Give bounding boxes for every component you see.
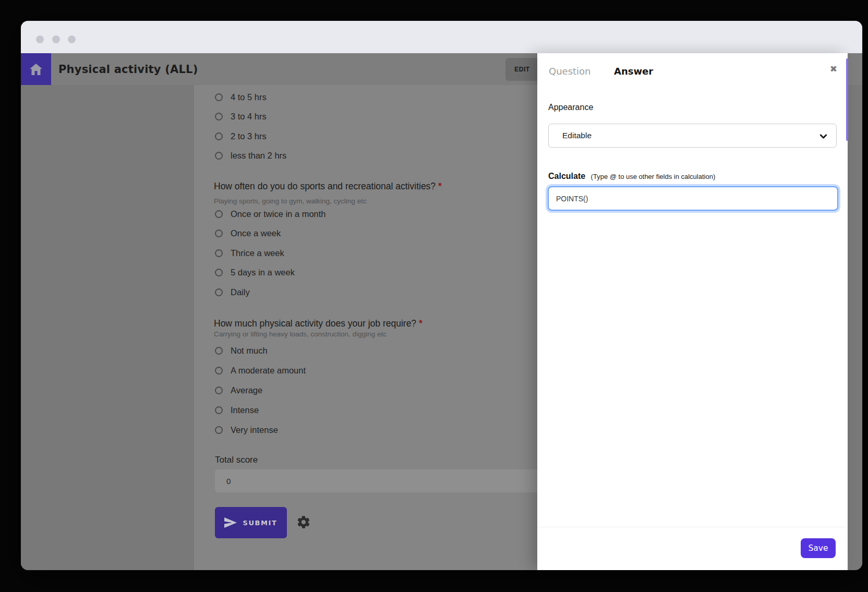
radio-option-row[interactable]: Very intense	[215, 424, 306, 436]
send-icon	[224, 517, 237, 528]
radio-option-row[interactable]: Once a week	[215, 227, 326, 240]
radio-group-job-intensity: Not much A moderate amount Average	[215, 344, 306, 443]
calculate-hint: (Type @ to use other fields in calculati…	[591, 173, 716, 180]
question-title: How often do you do sports and recreatio…	[214, 181, 442, 192]
radio-button[interactable]	[215, 152, 223, 160]
radio-option-row[interactable]: Thrice a week	[215, 247, 326, 259]
question-title: How much physical activity does your job…	[214, 318, 423, 329]
browser-window: Physical activity (ALL) EDIT 4 to 5 hrs	[21, 21, 862, 570]
scrollbar-thumb[interactable]	[846, 58, 848, 141]
question-subtitle: Playing sports, going to gym, walking, c…	[214, 197, 367, 205]
radio-option-row[interactable]: Average	[215, 384, 306, 396]
radio-button[interactable]	[215, 269, 223, 276]
radio-option-label: Daily	[231, 287, 250, 297]
radio-button[interactable]	[215, 229, 223, 237]
radio-option-label: Not much	[231, 346, 268, 356]
question-subtitle: Carrying or lifting heavy loads, constru…	[214, 330, 387, 338]
save-button[interactable]: Save	[801, 538, 836, 558]
screenshot-canvas: Physical activity (ALL) EDIT 4 to 5 hrs	[0, 0, 868, 592]
radio-option-row[interactable]: 5 days in a week	[215, 267, 326, 279]
radio-button[interactable]	[215, 132, 223, 140]
radio-option-label: Thrice a week	[231, 248, 284, 258]
page-title: Physical activity (ALL)	[58, 53, 198, 85]
radio-option-label: Average	[231, 385, 262, 395]
window-titlebar	[21, 21, 862, 53]
radio-button[interactable]	[215, 93, 223, 101]
footer-divider	[537, 527, 848, 527]
radio-option-row[interactable]: 2 to 3 hrs	[215, 130, 286, 142]
home-icon	[30, 64, 42, 75]
radio-option-row[interactable]: Daily	[215, 286, 326, 298]
total-score-label: Total score	[215, 455, 258, 465]
radio-option-row[interactable]: less than 2 hrs	[215, 150, 286, 162]
required-asterisk: *	[438, 181, 442, 191]
appearance-label: Appearance	[548, 103, 593, 112]
radio-option-row[interactable]: Not much	[215, 344, 306, 357]
radio-option-label: 3 to 4 hrs	[231, 112, 267, 122]
radio-option-label: A moderate amount	[231, 366, 306, 376]
close-icon[interactable]: ✖	[830, 65, 837, 74]
submit-label: SUBMIT	[243, 519, 277, 527]
radio-option-label: Intense	[231, 405, 259, 415]
radio-button[interactable]	[215, 426, 223, 434]
radio-option-label: Very intense	[231, 425, 278, 435]
radio-button[interactable]	[215, 347, 223, 355]
radio-group-frequency: Once or twice in a month Once a week Thr…	[215, 208, 326, 306]
window-control-dot[interactable]	[36, 35, 44, 43]
radio-button[interactable]	[215, 113, 223, 120]
radio-option-label: 2 to 3 hrs	[231, 131, 267, 141]
window-control-dot[interactable]	[52, 35, 60, 43]
chevron-down-icon	[819, 132, 828, 141]
settings-drawer: Question Answer ✖ Appearance Editable Ca…	[537, 53, 848, 570]
radio-button[interactable]	[215, 406, 223, 414]
calculate-label: Calculate	[548, 172, 585, 180]
tab-question[interactable]: Question	[549, 66, 591, 77]
gear-icon	[296, 515, 311, 529]
appearance-selected-value: Editable	[562, 131, 592, 140]
radio-button[interactable]	[215, 386, 223, 394]
radio-option-row[interactable]: A moderate amount	[215, 364, 306, 377]
submit-button[interactable]: SUBMIT	[215, 507, 287, 538]
radio-option-label: 4 to 5 hrs	[231, 92, 267, 102]
radio-option-row[interactable]: 3 to 4 hrs	[215, 111, 286, 123]
radio-option-label: less than 2 hrs	[231, 151, 286, 161]
radio-option-row[interactable]: 4 to 5 hrs	[215, 91, 286, 103]
radio-option-label: Once or twice in a month	[231, 209, 326, 219]
settings-gear-button[interactable]	[296, 515, 311, 529]
radio-button[interactable]	[215, 367, 223, 374]
radio-option-row[interactable]: Intense	[215, 404, 306, 416]
radio-button[interactable]	[215, 249, 223, 257]
radio-option-label: Once a week	[231, 228, 281, 238]
appearance-select[interactable]: Editable	[548, 124, 837, 148]
radio-button[interactable]	[215, 288, 223, 296]
radio-option-row[interactable]: Once or twice in a month	[215, 208, 326, 220]
radio-group-duration: 4 to 5 hrs 3 to 4 hrs 2 to 3 hrs	[215, 91, 286, 169]
edit-button[interactable]: EDIT	[505, 58, 539, 81]
calculate-label-row: Calculate (Type @ to use other fields in…	[548, 172, 715, 181]
calculate-input[interactable]	[548, 186, 838, 211]
home-button[interactable]	[21, 53, 51, 85]
radio-button[interactable]	[215, 210, 223, 218]
window-control-dot[interactable]	[68, 35, 76, 43]
required-asterisk: *	[419, 318, 423, 329]
radio-option-label: 5 days in a week	[231, 268, 295, 277]
tab-answer[interactable]: Answer	[614, 66, 653, 77]
